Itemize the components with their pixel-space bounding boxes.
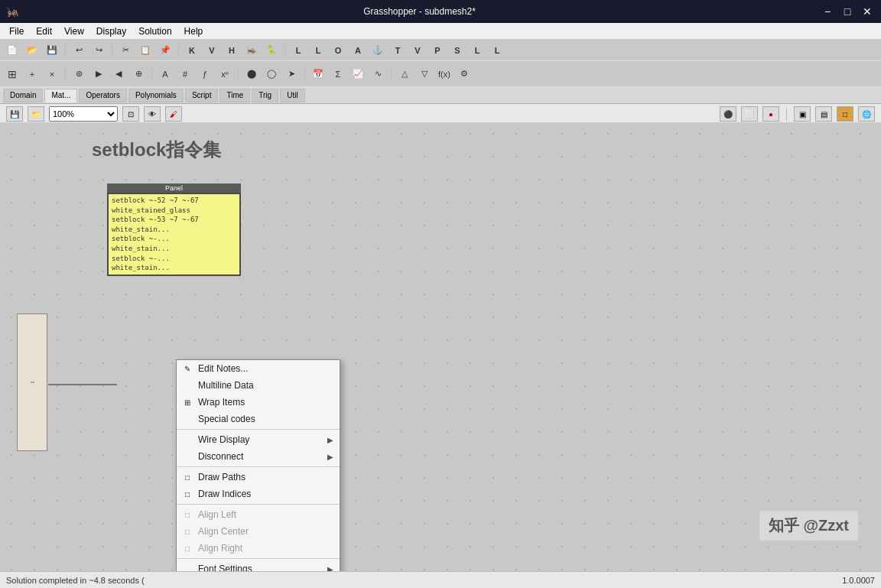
menu-item-help[interactable]: Help — [178, 24, 210, 38]
menu-item-view[interactable]: View — [58, 24, 90, 38]
ctx-icon-wrap-items: ⊞ — [181, 396, 193, 408]
toolbar-sep5 — [65, 67, 66, 81]
toolbar-util[interactable]: ⚙ — [455, 66, 473, 83]
toolbar-ring[interactable]: ◯ — [262, 66, 281, 83]
toolbar-tri2[interactable]: ▽ — [415, 66, 434, 83]
toolbar-undo[interactable]: ↩ — [70, 42, 88, 59]
node-line-1: setblock ~-52 ~7 ~-67 — [112, 196, 236, 206]
toolbar-cluster3[interactable]: ◀ — [109, 66, 128, 83]
toolbar-sphere[interactable]: ⬤ — [242, 66, 261, 83]
view-mesh1-btn[interactable]: ▣ — [794, 106, 811, 122]
toolbar-xn[interactable]: xⁿ — [216, 66, 234, 83]
ctx-item-disconnect[interactable]: Disconnect▶ — [177, 448, 340, 465]
toolbar-btn-a[interactable]: A — [349, 42, 367, 59]
toolbar-open[interactable]: 📂 — [23, 42, 41, 59]
toolbar-cluster4[interactable]: ⊕ — [129, 66, 148, 83]
toolbar-cut[interactable]: ✂ — [116, 42, 135, 59]
toolbar-btn-gh[interactable]: 🦗 — [242, 42, 261, 59]
toolbar-arrow[interactable]: ➤ — [282, 66, 301, 83]
node-block[interactable]: Panel setblock ~-52 ~7 ~-67 white_staine… — [107, 184, 241, 276]
comp-tab-util[interactable]: Util — [280, 89, 304, 102]
toolbar-btn-k[interactable]: K — [183, 42, 201, 59]
comp-tab-polynomials[interactable]: Polynomials — [128, 89, 184, 102]
toolbar-minus-x[interactable]: × — [43, 66, 61, 83]
toolbar-btn-ll2[interactable]: L — [488, 42, 506, 59]
comp-tab-trig[interactable]: Trig — [252, 89, 278, 102]
ctx-item-align-center: □Align Center — [177, 523, 340, 540]
toolbar-btn-p[interactable]: P — [428, 42, 447, 59]
view-sphere1-btn[interactable]: ⚫ — [720, 106, 736, 122]
toolbar-xfn[interactable]: f(x) — [435, 66, 454, 83]
view-open-btn[interactable]: 📁 — [28, 106, 44, 122]
comp-tab-domain[interactable]: Domain — [3, 89, 43, 102]
view-eye-btn[interactable]: 👁 — [144, 106, 161, 122]
ctx-item-edit-notes[interactable]: ✎Edit Notes... — [177, 360, 340, 377]
view-sphere2-btn[interactable]: ⬜ — [741, 106, 758, 122]
toolbar-btn-l1[interactable]: L — [289, 42, 307, 59]
ctx-item-wire-display[interactable]: Wire Display▶ — [177, 431, 340, 448]
close-button[interactable]: ✕ — [860, 4, 875, 19]
toolbar-sigma[interactable]: Σ — [329, 66, 347, 83]
ctx-item-draw-indices[interactable]: □Draw Indices — [177, 486, 340, 502]
menu-item-file[interactable]: File — [3, 24, 30, 38]
toolbar-btn-anchor[interactable]: ⚓ — [369, 42, 387, 59]
ctx-item-special-codes[interactable]: Special codes — [177, 411, 340, 427]
ctx-item-align-right: □Align Right — [177, 540, 340, 557]
toolbar-btn-v2[interactable]: V — [408, 42, 427, 59]
menu-item-display[interactable]: Display — [90, 24, 132, 38]
view-save-btn[interactable]: 💾 — [6, 106, 23, 122]
toolbar-new[interactable]: 📄 — [3, 42, 21, 59]
toolbar-cluster[interactable]: ⊛ — [70, 66, 88, 83]
view-red-btn[interactable]: ● — [762, 106, 779, 122]
toolbar-sep9 — [391, 67, 392, 81]
toolbar-btn-s[interactable]: S — [448, 42, 467, 59]
ctx-item-font-settings[interactable]: Font Settings▶ — [177, 560, 340, 571]
toolbar-plus[interactable]: + — [23, 66, 41, 83]
menu-item-solution[interactable]: Solution — [132, 24, 177, 38]
ctx-label-draw-paths: Draw Paths — [198, 472, 245, 482]
toolbar-tri1[interactable]: △ — [395, 66, 414, 83]
toolbar-graph[interactable]: 📈 — [349, 66, 367, 83]
title-bar: 🦗 Grasshopper - subdmesh2* − □ ✕ — [0, 0, 881, 23]
comp-tab-script[interactable]: Script — [185, 89, 219, 102]
toolbar-redo[interactable]: ↪ — [89, 42, 108, 59]
toolbar-paste[interactable]: 📌 — [156, 42, 174, 59]
toolbar-abc[interactable]: A — [156, 66, 174, 83]
canvas-area[interactable]: setblock指令集 t Panel setblock ~-52 ~7 ~-6… — [0, 122, 881, 571]
comp-tab-time[interactable]: Time — [219, 89, 250, 102]
ctx-item-multiline-data[interactable]: Multiline Data — [177, 377, 340, 394]
view-paint-btn[interactable]: 🖌 — [165, 106, 182, 122]
ctx-item-draw-paths[interactable]: □Draw Paths — [177, 469, 340, 486]
toolbar-btn-v[interactable]: V — [203, 42, 221, 59]
view-globe-btn[interactable]: 🌐 — [858, 106, 875, 122]
zoom-select[interactable]: 25% 50% 75% 100% 150% 200% — [49, 106, 118, 122]
toolbar-num[interactable]: # — [176, 66, 194, 83]
node-line-2: white_stained_glass — [112, 206, 236, 216]
toolbar-wave[interactable]: ∿ — [369, 66, 387, 83]
zoom-fit-btn[interactable]: ⊡ — [122, 106, 139, 122]
toolbar-btn-py[interactable]: 🐍 — [262, 42, 281, 59]
view-shaded-btn[interactable]: □ — [837, 106, 853, 122]
view-mesh2-btn[interactable]: ▤ — [815, 106, 832, 122]
toolbar-cluster2[interactable]: ▶ — [89, 66, 108, 83]
component-tabs: DomainMat...OperatorsPolynomialsScriptTi… — [0, 87, 881, 104]
toolbar-btn-t[interactable]: T — [388, 42, 407, 59]
toolbar-save[interactable]: 💾 — [43, 42, 61, 59]
status-version: 1.0.0007 — [842, 576, 875, 585]
comp-tab-mat[interactable]: Mat... — [44, 89, 77, 102]
maximize-button[interactable]: □ — [840, 4, 855, 19]
minimize-button[interactable]: − — [820, 4, 835, 19]
toolbar-btn-h[interactable]: H — [223, 42, 241, 59]
toolbar-fn[interactable]: ƒ — [196, 66, 214, 83]
menu-item-edit[interactable]: Edit — [30, 24, 58, 38]
comp-tab-operators[interactable]: Operators — [79, 89, 126, 102]
toolbar-btn-o[interactable]: O — [329, 42, 347, 59]
toolbar-date[interactable]: 📅 — [309, 66, 327, 83]
toolbar-copy[interactable]: 📋 — [136, 42, 154, 59]
app-icon: 🦗 — [6, 5, 19, 18]
toolbar-btn-l2[interactable]: L — [309, 42, 327, 59]
status-bar: Solution completed in ~4.8 seconds ( 1.0… — [0, 571, 881, 588]
toolbar-grid[interactable]: ⊞ — [3, 66, 21, 83]
toolbar-btn-ll1[interactable]: L — [468, 42, 486, 59]
ctx-item-wrap-items[interactable]: ⊞Wrap Items — [177, 394, 340, 411]
